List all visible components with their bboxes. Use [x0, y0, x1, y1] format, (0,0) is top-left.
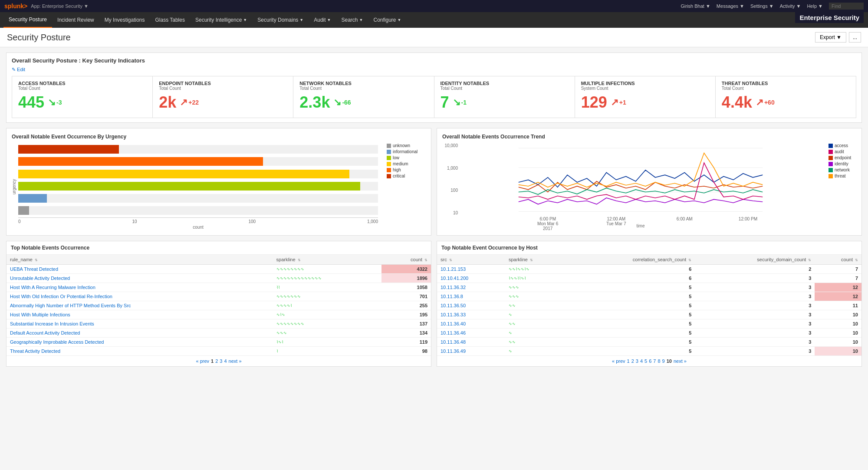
next-button[interactable]: next » [229, 358, 242, 364]
corr-cell: 6 [566, 265, 695, 274]
nav-help[interactable]: Help ▼ [807, 3, 823, 9]
nav-settings[interactable]: Settings ▼ [750, 3, 774, 9]
nav-security-posture[interactable]: Security Posture [3, 12, 52, 28]
page-2[interactable]: 2 [215, 358, 218, 364]
table-row: UEBA Threat Detected ∿∿∿∿∿∿∿∿ 4322 [7, 265, 431, 274]
table-row: 10.11.36.48 ∿∿ 5 3 10 [437, 338, 861, 347]
table-row: Geographically Improbable Access Detecte… [7, 338, 431, 347]
host-link[interactable]: 10.10.41.200 [441, 276, 468, 281]
nav-my-investigations[interactable]: My Investigations [99, 12, 150, 28]
host-link[interactable]: 10.11.36.49 [441, 348, 466, 354]
sec-cell: 3 [695, 310, 815, 319]
event-link[interactable]: UEBA Threat Detected [10, 266, 58, 272]
nav-security-intelligence[interactable]: Security Intelligence ▼ [190, 12, 252, 28]
nav-user[interactable]: Girish Bhat ▼ [681, 3, 710, 9]
host-link[interactable]: 10.1.21.153 [441, 266, 466, 272]
event-link[interactable]: Unroutable Activity Detected [10, 276, 70, 281]
page-10[interactable]: 10 [667, 358, 672, 364]
trend-chart-title: Overall Notable Events Occurrence Trend [442, 134, 856, 140]
edit-link[interactable]: ✎ Edit [12, 67, 25, 72]
col-src[interactable]: src ⇅ [437, 255, 505, 265]
host-link[interactable]: 10.11.36.33 [441, 312, 466, 317]
tables-row: Top Notable Events Occurrence rule_name … [6, 241, 862, 367]
count-cell: 10 [815, 310, 861, 319]
nav-glass-tables[interactable]: Glass Tables [150, 12, 190, 28]
count-cell: 701 [381, 292, 431, 301]
page-2[interactable]: 2 [631, 358, 634, 364]
page-3[interactable]: 3 [636, 358, 638, 364]
nav-configure[interactable]: Configure ▼ [368, 12, 406, 28]
col-rule-name[interactable]: rule_name ⇅ [7, 255, 273, 265]
sec-cell: 3 [695, 274, 815, 283]
page-5[interactable]: 5 [644, 358, 647, 364]
corr-cell: 5 [566, 319, 695, 329]
event-link[interactable]: Host With A Recurring Malware Infection [10, 285, 95, 290]
nav-incident-review[interactable]: Incident Review [52, 12, 99, 28]
find-input[interactable] [829, 3, 864, 10]
more-options-button[interactable]: ... [849, 32, 861, 43]
page-1[interactable]: 1 [211, 358, 214, 364]
splunk-logo[interactable]: splunk> [4, 3, 27, 10]
table-row: 10.11.36.49 ∿ 5 3 10 [437, 347, 861, 356]
enterprise-label: Enterprise Security [795, 12, 864, 23]
kpi-delta: ↘-66 [333, 97, 351, 108]
count-cell: 4322 [381, 265, 431, 274]
col-sparkline[interactable]: sparkline ⇅ [273, 255, 381, 265]
export-button[interactable]: Export ▼ [815, 32, 846, 43]
nav-security-domains[interactable]: Security Domains ▼ [252, 12, 309, 28]
kpi-delta: ↗+1 [611, 97, 626, 108]
host-link[interactable]: 10.11.36.46 [441, 330, 466, 335]
kpi-delta: ↘-3 [48, 97, 62, 108]
count-cell: 134 [381, 329, 431, 338]
sparkline-cell: ∿∿ [505, 319, 566, 329]
page-3[interactable]: 3 [220, 358, 222, 364]
host-link[interactable]: 10.11.36.40 [441, 321, 466, 326]
col-corr[interactable]: correlation_search_count ⇅ [566, 255, 695, 265]
prev-button[interactable]: « prev [612, 358, 625, 364]
next-button[interactable]: next » [674, 358, 687, 364]
nav-messages[interactable]: Messages ▼ [717, 3, 744, 9]
kpi-sublabel: Total Count [299, 86, 427, 91]
page-4[interactable]: 4 [640, 358, 643, 364]
page-title: Security Posture [7, 33, 71, 43]
page-1[interactable]: 1 [627, 358, 630, 364]
event-link[interactable]: Geographically Improbable Access Detecte… [10, 339, 104, 345]
table-row: Host With Old Infection Or Potential Re-… [7, 292, 431, 301]
col-count[interactable]: count ⇅ [381, 255, 431, 265]
col-sparkline[interactable]: sparkline ⇅ [505, 255, 566, 265]
corr-cell: 6 [566, 274, 695, 283]
trend-chart-card: Overall Notable Events Occurrence Trend … [437, 128, 862, 236]
page-9[interactable]: 9 [662, 358, 665, 364]
count-cell: 7 [815, 265, 861, 274]
charts-row: Overall Notable Event Occurrence By Urge… [6, 128, 862, 236]
top-events-title: Top Notable Events Occurrence [7, 241, 431, 255]
sparkline-cell: ∿∿∿ [505, 283, 566, 292]
table-row: 10.10.41.200 ⌇∿∿⌇⌇∿⌇ 6 3 7 [437, 274, 861, 283]
event-link[interactable]: Host With Old Infection Or Potential Re-… [10, 294, 112, 299]
app-label[interactable]: App: Enterprise Security ▼ [31, 3, 89, 9]
nav-audit[interactable]: Audit ▼ [309, 12, 336, 28]
page-4[interactable]: 4 [224, 358, 227, 364]
host-link[interactable]: 10.11.36.50 [441, 303, 466, 308]
host-link[interactable]: 10.11.36.8 [441, 294, 463, 299]
page-7[interactable]: 7 [653, 358, 656, 364]
event-link[interactable]: Abnormally High Number of HTTP Method Ev… [10, 303, 131, 308]
host-link[interactable]: 10.11.36.32 [441, 285, 466, 290]
host-link[interactable]: 10.11.36.48 [441, 339, 466, 345]
event-link[interactable]: Host With Multiple Infections [10, 312, 70, 317]
trend-x-label: time [460, 223, 822, 228]
page-8[interactable]: 8 [658, 358, 660, 364]
kpi-sublabel: Total Count [722, 86, 850, 91]
col-count[interactable]: count ⇅ [815, 255, 861, 265]
table-row: Host With A Recurring Malware Infection … [7, 283, 431, 292]
count-cell: 195 [381, 310, 431, 319]
page-6[interactable]: 6 [649, 358, 651, 364]
col-sec[interactable]: security_domain_count ⇅ [695, 255, 815, 265]
nav-search[interactable]: Search ▼ [336, 12, 368, 28]
event-link[interactable]: Substantial Increase In Intrusion Events [10, 321, 94, 326]
prev-button[interactable]: « prev [196, 358, 209, 364]
event-link[interactable]: Threat Activity Detected [10, 348, 60, 354]
nav-activity[interactable]: Activity ▼ [780, 3, 801, 9]
event-link[interactable]: Default Account Activity Detected [10, 330, 80, 335]
count-cell: 12 [815, 292, 861, 301]
